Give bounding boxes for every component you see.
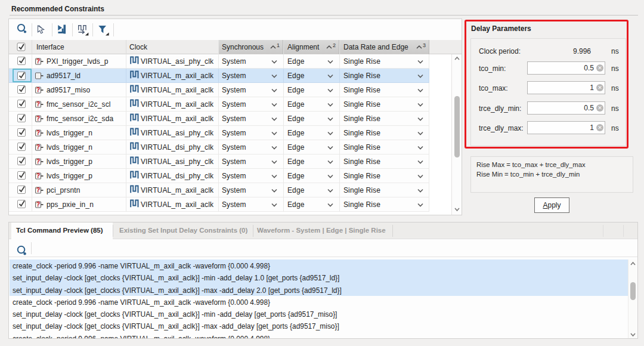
svg-text:?: ? bbox=[36, 115, 40, 122]
svg-text:?: ? bbox=[36, 187, 40, 193]
svg-text:?: ? bbox=[36, 158, 40, 165]
svg-text:?: ? bbox=[36, 201, 40, 208]
svg-text:?: ? bbox=[36, 86, 40, 93]
svg-text:?: ? bbox=[36, 58, 40, 64]
svg-text:?: ? bbox=[36, 144, 40, 150]
svg-text:?: ? bbox=[36, 172, 40, 179]
svg-text:?: ? bbox=[36, 129, 40, 136]
svg-text:?: ? bbox=[36, 101, 40, 107]
